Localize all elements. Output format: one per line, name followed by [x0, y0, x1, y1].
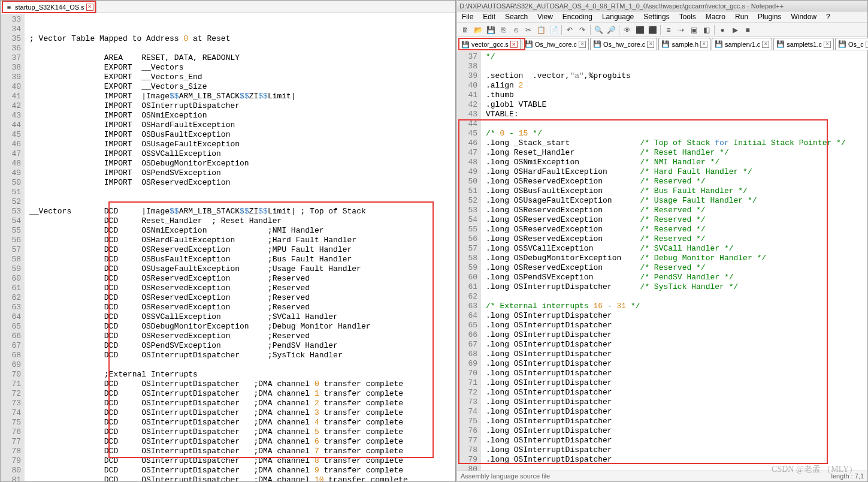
toolbar-button[interactable]: ◧ [700, 24, 712, 36]
right-line-numbers: 37 38 39 40 41 42 43 44 45 46 47 48 49 5… [457, 51, 481, 481]
tab-label: Os_hw_core.c [603, 41, 645, 48]
right-notepad-pane: D:\NXP\AUTOSAR\S32K_AUTOSAR_OS_4_0_98_RT… [456, 0, 868, 482]
menu-window[interactable]: Window [788, 12, 819, 22]
save-icon: 💾 [715, 40, 723, 49]
left-code-area[interactable]: ; Vector Table Mapped to Address 0 at Re… [25, 14, 455, 481]
toolbar-button[interactable]: ⇢ [675, 24, 687, 36]
toolbar-button[interactable]: 📄 [548, 24, 559, 36]
menu-encoding[interactable]: Encoding [560, 12, 595, 22]
toolbar-button[interactable]: ▶ [729, 24, 741, 36]
tab-samplets1-c[interactable]: 💾samplets1.c× [773, 38, 834, 50]
toolbar-button[interactable]: ⎋ [510, 24, 522, 36]
window-title: D:\NXP\AUTOSAR\S32K_AUTOSAR_OS_4_0_98_RT… [459, 2, 784, 10]
save-icon: 💾 [525, 40, 533, 49]
left-tab-bar: ≡ startup_S32K144_OS.s × [1, 1, 455, 13]
toolbar-button[interactable]: ▣ [688, 24, 700, 36]
save-icon: 💾 [776, 40, 785, 49]
tool-bar[interactable]: 🗎📂💾⎘⎋✂📋📄↶↷🔍🔎👁⬛⬛≡⇢▣◧●▶■ [457, 23, 867, 37]
close-icon[interactable]: × [700, 41, 707, 48]
toolbar-button[interactable]: ■ [742, 24, 754, 36]
toolbar-button[interactable]: 🗎 [459, 24, 471, 36]
toolbar-button[interactable]: 💾 [485, 24, 497, 36]
menu-search[interactable]: Search [503, 12, 530, 22]
toolbar-button[interactable]: 📋 [535, 24, 547, 36]
menu-view[interactable]: View [535, 12, 555, 22]
menu-edit[interactable]: Edit [480, 12, 498, 22]
tab-samplerv1-c[interactable]: 💾samplerv1.c× [712, 38, 772, 50]
status-left: Assembly language source file [461, 472, 550, 480]
menu-file[interactable]: File [459, 12, 476, 22]
menu-plugins[interactable]: Plugins [755, 12, 784, 22]
menu-settings[interactable]: Settings [641, 12, 672, 22]
left-line-numbers: 33 34 35 36 37 38 39 40 41 42 43 44 45 4… [1, 14, 25, 481]
toolbar-button[interactable]: ⎘ [497, 24, 509, 36]
right-tab-bar: 💾vector_gcc.s×💾Os_hw_core.c×💾Os_hw_core.… [457, 38, 867, 50]
toolbar-button[interactable]: 🔍 [592, 24, 604, 36]
close-icon[interactable]: × [86, 4, 93, 11]
right-code-area[interactable]: */ .section .vector,"a",%progbits .align… [481, 51, 867, 481]
toolbar-button[interactable]: 📂 [472, 24, 484, 36]
save-icon: 💾 [838, 40, 846, 49]
tab-startup-s32k144[interactable]: ≡ startup_S32K144_OS.s × [2, 1, 96, 13]
close-icon[interactable]: × [510, 41, 518, 48]
toolbar-button[interactable]: ✂ [522, 24, 534, 36]
toolbar-button[interactable]: 🔎 [605, 24, 617, 36]
menu-bar[interactable]: FileEditSearchViewEncodingLanguageSettin… [457, 11, 867, 23]
window-title-bar: D:\NXP\AUTOSAR\S32K_AUTOSAR_OS_4_0_98_RT… [457, 1, 867, 11]
status-right: length : 7,1 [831, 472, 864, 480]
toolbar-button[interactable]: ⬛ [646, 24, 658, 36]
close-icon[interactable]: × [579, 41, 586, 48]
toolbar-button[interactable]: ↷ [576, 24, 588, 36]
menu-language[interactable]: Language [600, 12, 636, 22]
menu-?[interactable]: ? [824, 12, 833, 22]
tab-label: Os_hw_core.c [535, 41, 577, 48]
tab-label: sample.h [672, 41, 698, 48]
save-icon: 💾 [461, 40, 470, 49]
tab-label: startup_S32K144_OS.s [15, 4, 84, 11]
tab-label: samplets1.c [787, 41, 822, 48]
toolbar-button[interactable]: 👁 [621, 24, 633, 36]
tab-sample-h[interactable]: 💾sample.h× [658, 38, 710, 50]
toolbar-button[interactable]: ⬛ [634, 24, 646, 36]
tab-label: Os_c [848, 41, 864, 48]
toolbar-button[interactable]: ↶ [564, 24, 576, 36]
close-icon[interactable]: × [762, 41, 769, 48]
right-editor[interactable]: 37 38 39 40 41 42 43 44 45 46 47 48 49 5… [457, 51, 867, 481]
save-icon: 💾 [661, 40, 670, 49]
left-editor[interactable]: 33 34 35 36 37 38 39 40 41 42 43 44 45 4… [1, 14, 455, 481]
tab-label: vector_gcc.s [471, 41, 509, 48]
file-asm-icon: ≡ [5, 3, 13, 11]
save-icon: 💾 [593, 40, 601, 49]
menu-run[interactable]: Run [733, 12, 751, 22]
menu-tools[interactable]: Tools [677, 12, 698, 22]
left-editor-pane: ≡ startup_S32K144_OS.s × 33 34 35 36 37 … [0, 0, 456, 482]
close-icon[interactable]: × [647, 41, 654, 48]
toolbar-button[interactable]: ● [716, 24, 728, 36]
toolbar-button[interactable]: ≡ [663, 24, 675, 36]
tab-os-hw-core-c[interactable]: 💾Os_hw_core.c× [590, 38, 657, 50]
menu-macro[interactable]: Macro [703, 12, 728, 22]
tab-label: samplerv1.c [725, 41, 760, 48]
status-bar: Assembly language source file length : 7… [457, 471, 867, 481]
tab-vector-gcc-s[interactable]: 💾vector_gcc.s× [458, 38, 521, 50]
tab-os-hw-core-c[interactable]: 💾Os_hw_core.c× [522, 38, 589, 50]
tab-os-c[interactable]: 💾Os_c× [835, 38, 868, 50]
close-icon[interactable]: × [824, 41, 831, 48]
close-icon[interactable]: × [866, 41, 868, 48]
